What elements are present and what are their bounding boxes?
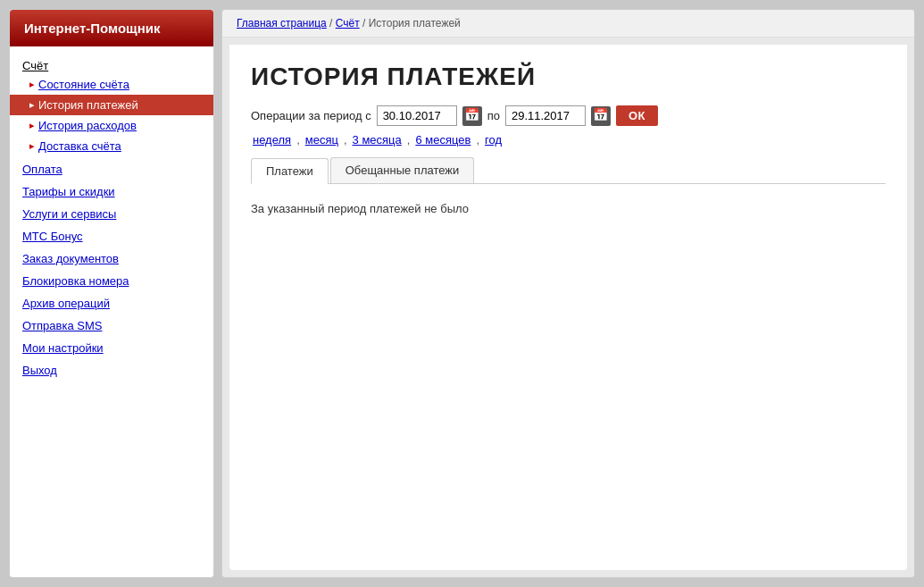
sidebar-item-uslugi[interactable]: Услуги и сервисы	[10, 203, 213, 225]
empty-message: За указанный период платежей не было	[251, 198, 886, 219]
sidebar: Интернет-Помощник Счёт ▸ Состояние счёта…	[9, 9, 214, 578]
sidebar-group-account: Счёт ▸ Состояние счёта ▸ История платеже…	[10, 54, 213, 156]
page-title: ИСТОРИЯ ПЛАТЕЖЕЙ	[251, 63, 886, 91]
breadcrumb-account[interactable]: Счёт	[336, 17, 360, 29]
tab-promised[interactable]: Обещанные платежи	[330, 157, 475, 183]
sidebar-item-vyhod[interactable]: Выход	[10, 359, 213, 382]
sidebar-item-zakaz[interactable]: Заказ документов	[10, 247, 213, 270]
sidebar-item-istoriya[interactable]: ▸ История платежей	[10, 95, 213, 115]
sidebar-section-account[interactable]: Счёт	[10, 54, 213, 74]
ok-button[interactable]: ОК	[616, 105, 658, 126]
breadcrumb-sep1: /	[329, 17, 336, 29]
date-to-input[interactable]	[505, 105, 586, 126]
sep3: ,	[407, 133, 411, 147]
sidebar-item-dostavka[interactable]: ▸ Доставка счёта	[10, 136, 213, 156]
sidebar-item-sms[interactable]: Отправка SMS	[10, 314, 213, 337]
sidebar-nav: Счёт ▸ Состояние счёта ▸ История платеже…	[10, 46, 213, 392]
breadcrumb-sep2: /	[362, 17, 369, 29]
arrow-icon-active: ▸	[29, 99, 35, 111]
tabs-row: Платежи Обещанные платежи	[251, 157, 886, 184]
calendar-from-icon[interactable]	[462, 106, 482, 126]
sidebar-link-dostavka[interactable]: Доставка счёта	[38, 139, 121, 153]
period-link-mesyac[interactable]: месяц	[305, 133, 338, 147]
arrow-icon-dostavka: ▸	[29, 140, 35, 152]
sep4: ,	[476, 133, 479, 147]
content-area: ИСТОРИЯ ПЛАТЕЖЕЙ Операции за период с по…	[229, 45, 907, 570]
sidebar-header: Интернет-Помощник	[10, 10, 213, 46]
period-links: неделя, месяц, 3 месяца, 6 месяцев, год	[251, 133, 886, 147]
sidebar-item-nastrojki[interactable]: Мои настройки	[10, 337, 213, 359]
breadcrumb-home[interactable]: Главная страница	[237, 17, 327, 29]
filter-row: Операции за период с по ОК	[251, 105, 886, 126]
date-from-input[interactable]	[377, 105, 457, 126]
tab-payments[interactable]: Платежи	[251, 158, 329, 184]
sep2: ,	[344, 133, 347, 147]
sidebar-item-arhiv[interactable]: Архив операций	[10, 292, 213, 314]
period-link-god[interactable]: год	[485, 133, 502, 147]
sidebar-item-sostoyanie[interactable]: ▸ Состояние счёта	[10, 74, 213, 95]
sidebar-link-sostoyanie[interactable]: Состояние счёта	[38, 78, 129, 91]
main-content: Главная страница / Счёт / История платеж…	[221, 9, 915, 578]
sidebar-item-oplata[interactable]: Оплата	[10, 158, 213, 180]
period-link-6mesyacev[interactable]: 6 месяцев	[415, 133, 470, 147]
calendar-to-icon[interactable]	[591, 106, 611, 126]
filter-label-to: по	[487, 109, 500, 122]
sidebar-item-mts-bonus[interactable]: МТС Бонус	[10, 225, 213, 247]
sidebar-item-blokirovka[interactable]: Блокировка номера	[10, 270, 213, 292]
period-link-nedelya[interactable]: неделя	[253, 133, 291, 147]
sidebar-item-rashody[interactable]: ▸ История расходов	[10, 115, 213, 136]
filter-label-from: Операции за период с	[251, 109, 371, 122]
arrow-icon: ▸	[29, 79, 35, 90]
sidebar-item-tarify[interactable]: Тарифы и скидки	[10, 180, 213, 203]
breadcrumb: Главная страница / Счёт / История платеж…	[222, 10, 914, 38]
sidebar-link-istoriya[interactable]: История платежей	[38, 98, 138, 112]
arrow-icon-rashody: ▸	[29, 120, 35, 131]
breadcrumb-current: История платежей	[369, 17, 461, 29]
period-link-3mesyaca[interactable]: 3 месяца	[353, 133, 402, 147]
sidebar-link-rashody[interactable]: История расходов	[38, 119, 137, 132]
sep1: ,	[296, 133, 300, 147]
